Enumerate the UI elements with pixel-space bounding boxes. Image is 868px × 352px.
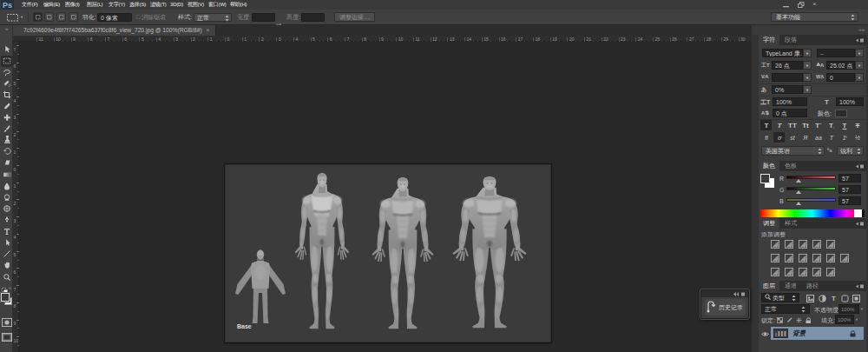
svg-text:Base: Base: [237, 323, 252, 329]
